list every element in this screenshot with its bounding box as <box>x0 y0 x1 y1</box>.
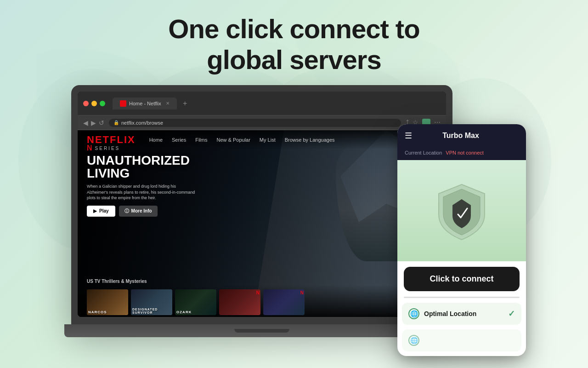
laptop-notch <box>234 329 289 333</box>
play-button[interactable]: ▶ Play <box>87 206 115 217</box>
netflix-content: NETFLIX Home Series Films New & Popular … <box>78 130 446 317</box>
globe-icon-2: 🌐 <box>408 335 419 346</box>
laptop-screen: Home - Netflix ✕ + ◀ ▶ ↺ 🔒 netflix.com/b… <box>78 92 446 317</box>
vpn-divider <box>404 297 520 298</box>
vpn-app: ☰ Turbo Max Current Location VPN not con… <box>397 124 526 356</box>
refresh-button[interactable]: ↺ <box>99 119 104 126</box>
netflix-nav: NETFLIX Home Series Films New & Popular … <box>78 130 446 150</box>
thumb-netflix-badge-5: N <box>300 290 304 295</box>
hero-buttons: ▶ Play ⓘ More Info <box>87 206 197 217</box>
location-checkmark: ✓ <box>508 309 515 319</box>
vpn-status-bar: Current Location VPN not connect <box>397 147 526 160</box>
hero-category: US TV Thrillers & Mysteries <box>87 279 147 284</box>
hero-title-line1: UNAUTHORIZED <box>87 154 197 167</box>
hero-title: UNAUTHORIZED LIVING <box>87 154 197 180</box>
location-label: Optimal Location <box>424 310 503 317</box>
url-text: netflix.com/browse <box>121 120 163 126</box>
netflix-nav-new[interactable]: New & Popular <box>216 137 250 143</box>
hero-title-line2: LIVING <box>87 167 197 180</box>
netflix-nav-films[interactable]: Films <box>195 137 207 143</box>
hero-description: When a Galician shipper and drug lord hi… <box>87 184 197 201</box>
vpn-header: ☰ Turbo Max <box>397 124 526 147</box>
play-icon: ▶ <box>93 208 97 213</box>
thumb-label-designated: DESIGNATEDSURVIVOR <box>132 308 158 314</box>
new-tab-button[interactable]: + <box>181 99 190 108</box>
laptop-body: Home - Netflix ✕ + ◀ ▶ ↺ 🔒 netflix.com/b… <box>71 85 452 324</box>
browser-chrome: Home - Netflix ✕ + <box>78 92 446 115</box>
thumb-label-narcos: NARCOS <box>88 310 107 314</box>
thumb-label-ozark: OZARK <box>176 310 192 314</box>
url-bar-row: ◀ ▶ ↺ 🔒 netflix.com/browse ⤴ ☆ ⋯ <box>78 115 446 130</box>
thumbnail-row: NARCOS DESIGNATEDSURVIVOR OZARK N <box>78 285 446 317</box>
vpn-status-label: Current Location <box>405 150 442 155</box>
vpn-shield-area <box>397 160 526 261</box>
tab-close-button[interactable]: ✕ <box>166 101 170 106</box>
nav-arrows: ◀ ▶ ↺ <box>83 119 104 126</box>
back-button[interactable]: ◀ <box>83 119 88 126</box>
thumbnail-designated[interactable]: DESIGNATEDSURVIVOR <box>131 289 172 315</box>
netflix-nav-series[interactable]: Series <box>172 137 186 143</box>
traffic-lights <box>83 101 105 106</box>
minimize-traffic-light[interactable] <box>91 101 97 106</box>
netflix-logo: NETFLIX <box>87 134 136 146</box>
page-heading: One click connect to global servers <box>0 14 588 75</box>
second-location-row[interactable]: 🌐 <box>402 329 521 351</box>
vpn-status-value: VPN not connect <box>446 150 484 155</box>
netflix-nav-home[interactable]: Home <box>149 137 163 143</box>
thumbnail-narcos[interactable]: NARCOS <box>87 289 128 315</box>
tab-favicon <box>120 100 126 107</box>
more-info-button[interactable]: ⓘ More Info <box>119 206 158 217</box>
hero-content: N SERIES UNAUTHORIZED LIVING When a Gali… <box>87 144 197 217</box>
url-bar[interactable]: 🔒 netflix.com/browse <box>109 119 401 127</box>
forward-button[interactable]: ▶ <box>91 119 96 126</box>
connect-button[interactable]: Click to connect <box>404 267 520 291</box>
thumb-netflix-badge-4: N <box>256 290 260 295</box>
globe-icon: 🌐 <box>408 308 419 319</box>
thumbnail-5[interactable]: N <box>263 289 305 315</box>
thumbnail-4[interactable]: N <box>219 289 260 315</box>
netflix-nav-mylist[interactable]: My List <box>260 137 276 143</box>
netflix-nav-languages[interactable]: Browse by Languages <box>285 137 335 143</box>
fullscreen-traffic-light[interactable] <box>100 101 105 106</box>
close-traffic-light[interactable] <box>83 101 89 106</box>
optimal-location-row[interactable]: 🌐 Optimal Location ✓ <box>402 303 521 325</box>
vpn-shield-icon <box>434 182 489 242</box>
connect-button-wrapper: Click to connect <box>397 261 526 297</box>
hamburger-menu-button[interactable]: ☰ <box>405 131 412 141</box>
thumbnail-ozark[interactable]: OZARK <box>175 289 216 315</box>
browser-tab[interactable]: Home - Netflix ✕ <box>113 98 177 109</box>
page-title: One click connect to global servers <box>0 14 588 75</box>
lock-icon: 🔒 <box>113 120 119 125</box>
info-icon: ⓘ <box>124 208 129 214</box>
vpn-app-title: Turbo Max <box>442 132 479 140</box>
tab-label: Home - Netflix <box>129 101 161 106</box>
